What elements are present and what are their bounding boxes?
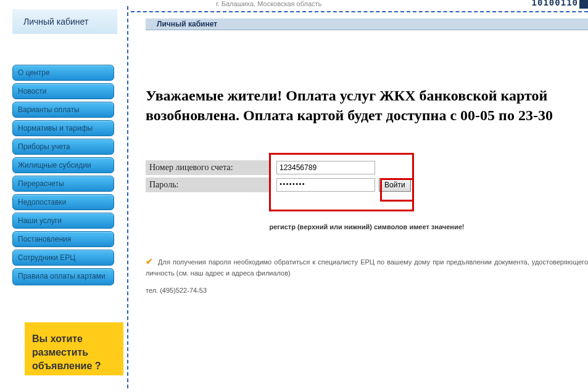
phone-text: тел. (495)522-74-53 <box>146 287 588 294</box>
case-hint: регистр (верхний или нижний) символов им… <box>146 223 588 231</box>
nav-staff[interactable]: Сотрудники ЕРЦ <box>12 250 114 266</box>
announcement-text: Уважаемые жители! Оплата услуг ЖКХ банко… <box>146 86 588 126</box>
dashed-separator-left <box>123 0 133 388</box>
nav-recalc[interactable]: Перерасчеты <box>12 176 114 192</box>
nav-news[interactable]: Новости <box>12 83 114 99</box>
nav-about[interactable]: О центре <box>12 65 114 81</box>
account-label: Номер лицевого счета: <box>146 160 269 175</box>
login-form: Номер лицевого счета: Пароль: Войти <box>146 157 588 198</box>
ad-line3: объявление ? <box>32 361 116 372</box>
nav-meters[interactable]: Приборы учета <box>12 139 114 155</box>
ad-line2: разместить <box>32 347 116 358</box>
nav-tariffs[interactable]: Нормативы и тарифы <box>12 120 114 136</box>
nav-decrees[interactable]: Постановления <box>12 231 114 247</box>
sidebar: Личный кабинет О центре Новости Варианты… <box>0 0 123 388</box>
highlight-box-2 <box>380 178 414 202</box>
info-paragraph: ✔ Для получения пароля необходимо обрати… <box>146 255 588 279</box>
nav-services[interactable]: Наши услуги <box>12 213 114 229</box>
personal-cabinet-tab[interactable]: Личный кабинет <box>12 9 117 34</box>
section-title: Личный кабинет <box>146 18 588 30</box>
nav-shortdelivery[interactable]: Недопоставки <box>12 194 114 210</box>
nav-subsidies[interactable]: Жилищные субсидии <box>12 157 114 173</box>
ad-banner[interactable]: Вы хотите разместить объявление ? <box>25 322 123 375</box>
info-text: Для получения пароля необходимо обратить… <box>146 258 588 277</box>
ad-line1: Вы хотите <box>32 333 116 345</box>
nav-card-rules[interactable]: Правила оплаты картами <box>12 268 114 285</box>
check-icon: ✔ <box>146 255 153 268</box>
nav-list: О центре Новости Варианты оплаты Нормати… <box>12 65 117 285</box>
main-content: Личный кабинет Уважаемые жители! Оплата … <box>133 0 588 388</box>
password-label: Пароль: <box>146 178 269 192</box>
nav-payment-options[interactable]: Варианты оплаты <box>12 102 114 118</box>
